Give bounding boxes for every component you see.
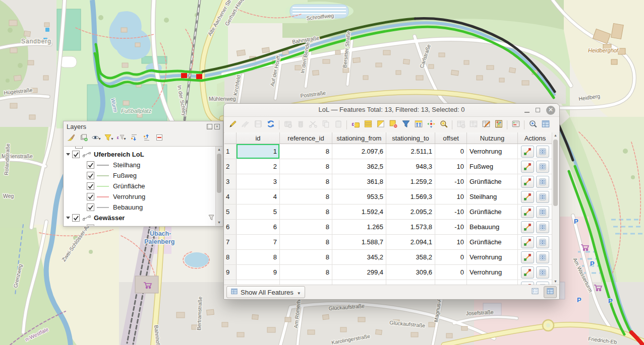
window-titlebar[interactable]: LoL — Features Total: 13, Filtered: 13, … — [224, 104, 559, 117]
row-number[interactable]: 5 — [224, 204, 237, 219]
cell-stationing_from[interactable]: 2.095,4 — [332, 280, 386, 285]
cell-stationing_from[interactable]: 1.592,4 — [332, 204, 386, 219]
cell-reference_id[interactable]: 8 — [280, 250, 332, 264]
row-number[interactable]: 2 — [224, 159, 237, 174]
field-calculator-button[interactable] — [480, 118, 492, 131]
cell-offset[interactable]: -10 — [435, 204, 467, 219]
cell-offset[interactable]: 0 — [435, 250, 467, 264]
cell-stationing_to[interactable]: 1.569,3 — [386, 189, 435, 204]
zoom-to-selection-button[interactable] — [437, 118, 450, 131]
cell-stationing_to[interactable]: 2.094,1 — [386, 235, 435, 249]
cell-offset[interactable]: 0 — [435, 265, 467, 280]
cell-reference_id[interactable]: 8 — [280, 144, 332, 159]
cell-reference_id[interactable]: 8 — [280, 204, 332, 219]
layer-item-steilhang[interactable]: Steilhang — [64, 160, 222, 170]
cell-id[interactable]: 8 — [237, 250, 280, 264]
row-number[interactable]: 1 — [224, 144, 237, 159]
layer-item-gr-nfl-che[interactable]: Grünfläche — [64, 181, 222, 191]
cell-reference_id[interactable]: 8 — [280, 265, 332, 280]
table-settings-button[interactable] — [509, 118, 522, 131]
symbol-checkbox[interactable] — [87, 193, 94, 200]
select-all-button[interactable] — [362, 118, 374, 131]
scrollbar-thumb[interactable] — [553, 140, 558, 206]
panel-close-icon[interactable]: × — [214, 124, 220, 129]
maximize-icon[interactable] — [536, 108, 540, 112]
symbol-checkbox[interactable] — [87, 172, 94, 179]
scrollbar-thumb[interactable] — [217, 154, 221, 193]
cell-id[interactable]: 9 — [237, 265, 280, 280]
open-form-action-button[interactable] — [536, 161, 549, 173]
feature-filter-button[interactable]: Show All Features ▼ — [226, 286, 305, 298]
cell-stationing_to[interactable]: 2.095,2 — [386, 204, 435, 219]
cell-offset[interactable]: 10 — [435, 159, 467, 174]
open-form-action-button[interactable] — [536, 221, 549, 233]
conditional-formatting-button[interactable] — [492, 118, 505, 131]
cell-stationing_to[interactable]: 1.573,8 — [386, 220, 435, 234]
cell-id[interactable]: 10 — [237, 280, 280, 285]
cell-id[interactable]: 2 — [237, 159, 280, 174]
highlight-feature-action-button[interactable] — [521, 221, 534, 233]
open-form-action-button[interactable] — [536, 266, 549, 279]
scroll-down-icon[interactable]: ▼ — [552, 279, 559, 285]
scroll-down-icon[interactable]: ▼ — [216, 220, 222, 226]
move-selection-to-top-button[interactable] — [412, 118, 425, 131]
cell-stationing_to[interactable]: 2.099,9 — [386, 280, 435, 285]
cell-offset[interactable]: 10 — [435, 189, 467, 204]
cell-offset[interactable]: -10 — [435, 220, 467, 234]
cell-nutzung[interactable]: Bebauung — [467, 220, 518, 234]
open-form-action-button[interactable] — [536, 191, 549, 203]
layer-item-gew-sser[interactable]: Gewässer — [64, 213, 222, 223]
cell-offset[interactable]: 0 — [435, 144, 467, 159]
column-header-offset[interactable]: offset — [435, 132, 467, 144]
cell-stationing_from[interactable]: 361,8 — [332, 174, 386, 189]
remove-layer-button[interactable] — [154, 133, 165, 144]
cell-stationing_to[interactable]: 1.259,2 — [386, 174, 435, 189]
filter-indicator-icon[interactable] — [207, 214, 215, 222]
highlight-feature-action-button[interactable] — [521, 146, 534, 158]
cell-nutzung[interactable]: Grünfläche — [467, 174, 518, 189]
cell-stationing_from[interactable]: 2.097,6 — [332, 144, 386, 159]
cell-nutzung[interactable]: Steilhang — [467, 189, 518, 204]
cell-stationing_from[interactable]: 362,5 — [332, 159, 386, 174]
dock-attribute-table-button[interactable] — [539, 118, 552, 131]
layer-item-fu-weg[interactable]: Fußweg — [64, 170, 222, 181]
filter-select-by-form-button[interactable] — [399, 118, 412, 131]
highlight-feature-action-button[interactable] — [521, 176, 534, 188]
header-corner[interactable] — [224, 132, 237, 144]
table-scrollbar[interactable]: ▲ ▼ — [552, 132, 559, 285]
cell-reference_id[interactable]: 8 — [280, 159, 332, 174]
symbol-checkbox[interactable] — [87, 203, 94, 211]
column-header-stationing_from[interactable]: stationing_from — [332, 132, 386, 144]
column-header-nutzung[interactable]: Nutzung — [467, 132, 518, 144]
cell-stationing_from[interactable]: 1.265 — [332, 220, 386, 234]
select-by-expression-button[interactable]: ε — [349, 118, 362, 131]
collapse-all-button[interactable] — [141, 133, 152, 144]
scroll-up-icon[interactable]: ▲ — [216, 147, 222, 153]
cell-nutzung[interactable]: Verrohrung — [467, 144, 518, 159]
row-number[interactable]: 10 — [224, 280, 237, 285]
cell-id[interactable]: 4 — [237, 189, 280, 204]
highlight-feature-action-button[interactable] — [521, 206, 534, 218]
column-header-reference_id[interactable]: reference_id — [280, 132, 332, 144]
open-layer-styling-button[interactable] — [66, 133, 77, 144]
row-number[interactable]: 8 — [224, 250, 237, 264]
reload-table-button[interactable] — [264, 118, 277, 131]
cell-nutzung[interactable]: Grünfläche — [467, 280, 518, 285]
preview-mode-button[interactable] — [526, 118, 539, 131]
close-icon[interactable]: ✕ — [546, 106, 555, 115]
filter-legend-button[interactable]: ▼ — [103, 133, 114, 144]
cell-nutzung[interactable]: Verrohrung — [467, 250, 518, 264]
cell-reference_id[interactable]: 8 — [280, 280, 332, 285]
column-header-id[interactable]: id — [237, 132, 280, 144]
row-number[interactable]: 9 — [224, 265, 237, 280]
form-view-button[interactable] — [529, 286, 542, 298]
add-group-button[interactable] — [78, 133, 89, 144]
highlight-feature-action-button[interactable] — [521, 251, 534, 263]
open-form-action-button[interactable] — [536, 206, 549, 218]
open-form-action-button[interactable] — [536, 146, 549, 158]
highlight-feature-action-button[interactable] — [521, 161, 534, 173]
cell-id[interactable]: 1 — [237, 144, 280, 159]
cell-reference_id[interactable]: 8 — [280, 189, 332, 204]
column-header-stationing_to[interactable]: stationing_to — [386, 132, 435, 144]
cell-id[interactable]: 7 — [237, 235, 280, 249]
